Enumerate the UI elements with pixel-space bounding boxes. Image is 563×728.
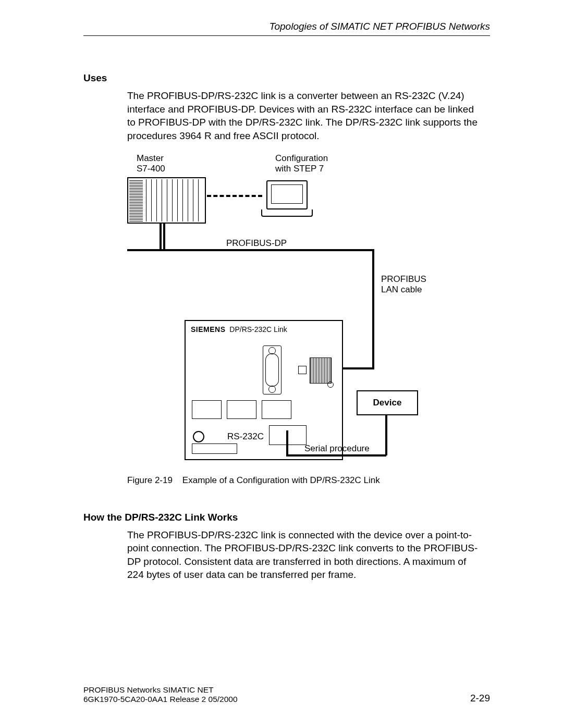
serial-line-v2 [385,412,387,455]
link-title: SIEMENS DP/RS-232C Link [191,325,287,334]
connector-icon [298,357,333,382]
link-brand: SIEMENS [191,325,226,334]
bus-horizontal [127,249,374,251]
label-lan-cable: PROFIBUS LAN cable [381,274,426,295]
label-serial-procedure: Serial procedure [304,443,370,454]
dp-rs232c-link-device: SIEMENS DP/RS-232C Link RS-232C [185,320,343,460]
label-master-l2: S7-400 [137,164,165,174]
plc-drop-line [160,223,167,250]
figure-caption: Figure 2-19 Example of a Configuration w… [127,475,490,486]
bus-to-link [338,367,374,369]
serial-line-h [286,454,386,456]
page-number: 2-29 [470,693,490,704]
label-master-l1: Master [137,153,164,163]
plc-icon [127,177,206,224]
label-config-l1: Configuration [275,153,328,163]
led-icon [193,431,204,442]
panel-rects [192,400,291,419]
device-box: Device [357,390,418,415]
label-profibus-dp: PROFIBUS-DP [226,238,287,249]
footer-l2: 6GK1970-5CA20-0AA1 Release 2 05/2000 [83,695,238,704]
figure-2-19: Master S7-400 Configuration with STEP 7 … [127,153,490,466]
link-model: DP/RS-232C Link [229,325,287,334]
label-rs232c: RS-232C [227,431,264,442]
db9-port-icon [263,346,282,394]
figure-number: Figure 2-19 [127,475,173,485]
label-lan-l2: LAN cable [381,285,422,294]
footer-l1: PROFIBUS Networks SIMATIC NET [83,685,213,694]
label-lan-l1: PROFIBUS [381,274,426,284]
bottom-slot [192,443,237,454]
label-master: Master S7-400 [137,153,165,174]
section-uses-title: Uses [83,72,490,84]
laptop-icon [266,180,313,217]
ring-icon [327,381,334,388]
header-topic: Topologies of SIMATIC NET PROFIBUS Netwo… [83,21,490,36]
section-how-title: How the DP/RS-232C Link Works [83,512,490,523]
figure-caption-text: Example of a Configuration with DP/RS-23… [182,475,380,485]
page-footer: PROFIBUS Networks SIMATIC NET 6GK1970-5C… [83,685,490,704]
footer-left: PROFIBUS Networks SIMATIC NET 6GK1970-5C… [83,685,238,704]
dashed-link [207,195,262,197]
label-config-l2: with STEP 7 [275,164,324,174]
serial-line-v1 [286,430,288,456]
label-config: Configuration with STEP 7 [275,153,328,174]
bus-vertical [372,249,374,369]
section-how-body: The PROFIBUS-DP/RS-232C link is connecte… [127,528,482,582]
section-uses-body: The PROFIBUS-DP/RS-232C link is a conver… [127,89,482,143]
